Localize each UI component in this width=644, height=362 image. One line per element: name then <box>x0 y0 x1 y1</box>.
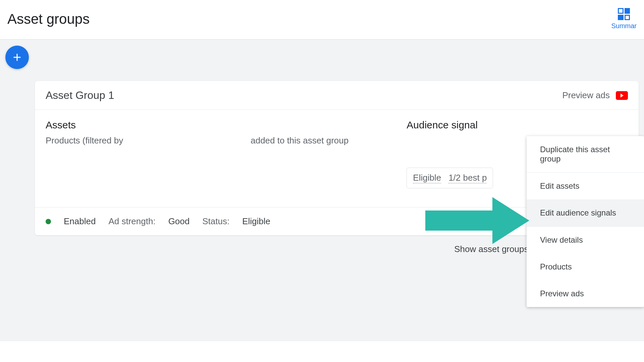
page-header: Asset groups Summar <box>0 0 644 40</box>
summary-view-button[interactable]: Summar <box>611 8 637 30</box>
summary-grid-icon <box>618 8 630 20</box>
youtube-icon <box>616 91 628 100</box>
audience-column: Audience signal Eligible 1/2 best p <box>407 119 493 188</box>
menu-products[interactable]: Products <box>527 253 644 280</box>
add-asset-group-button[interactable] <box>5 46 29 69</box>
menu-edit-assets[interactable]: Edit assets <box>527 173 644 199</box>
enabled-label: Enabled <box>64 216 96 227</box>
plus-icon <box>11 51 23 63</box>
preview-ads-group[interactable]: Preview ads <box>562 90 628 101</box>
audience-heading: Audience signal <box>407 119 478 131</box>
best-practice-status: 1/2 best p <box>448 173 487 183</box>
asset-group-name: Asset Group 1 <box>46 89 114 102</box>
eligible-status: Eligible <box>413 173 441 183</box>
menu-edit-audience-signals[interactable]: Edit audience signals <box>527 199 644 226</box>
status-value: Eligible <box>242 216 270 227</box>
assets-column: Assets Products (filtered by added to th… <box>46 119 407 188</box>
products-prefix: Products (filtered by <box>46 135 123 146</box>
asset-group-context-menu: Duplicate this asset group Edit assets E… <box>527 136 644 307</box>
audience-status-box[interactable]: Eligible 1/2 best p <box>407 168 493 188</box>
ad-strength-value: Good <box>168 216 190 227</box>
card-header: Asset Group 1 Preview ads <box>35 81 639 110</box>
assets-heading: Assets <box>46 119 407 131</box>
page-title: Asset groups <box>7 11 90 27</box>
annotation-arrow-icon <box>425 194 533 249</box>
menu-view-details[interactable]: View details <box>527 227 644 253</box>
content-area: Asset Group 1 Preview ads Assets Product… <box>0 40 644 341</box>
status-label: Status: <box>202 216 229 227</box>
ad-strength-label: Ad strength: <box>108 216 155 227</box>
menu-preview-ads[interactable]: Preview ads <box>527 280 644 307</box>
products-filter-text: Products (filtered by added to this asse… <box>46 135 407 146</box>
preview-ads-label: Preview ads <box>562 90 610 101</box>
svg-marker-0 <box>425 197 529 244</box>
summary-label: Summar <box>611 22 637 30</box>
menu-duplicate[interactable]: Duplicate this asset group <box>527 136 644 172</box>
products-suffix: added to this asset group <box>251 135 348 146</box>
status-dot-icon <box>46 219 51 224</box>
